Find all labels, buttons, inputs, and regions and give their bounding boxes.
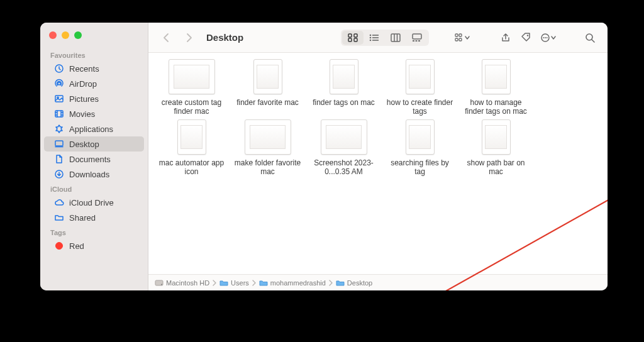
svg-rect-20	[416, 40, 418, 41]
svg-point-28	[543, 37, 544, 38]
sidebar-item-label: Applications	[69, 124, 113, 134]
file-thumbnail	[177, 119, 206, 155]
path-segment[interactable]: Users	[219, 279, 249, 287]
svg-point-15	[370, 39, 372, 41]
file-name: finder favorite mac	[236, 98, 299, 107]
back-button[interactable]	[157, 30, 175, 45]
view-list-button[interactable]	[364, 31, 385, 45]
sidebar-item-label: Red	[69, 241, 84, 251]
file-name: how to manage finder tags on mac	[461, 98, 531, 116]
svg-rect-10	[354, 38, 357, 41]
svg-rect-16	[372, 40, 379, 41]
finder-window: FavouritesRecentsAirDropPicturesMoviesAp…	[40, 23, 608, 290]
view-columns-button[interactable]	[385, 31, 406, 45]
path-segment[interactable]: Desktop	[336, 279, 372, 287]
svg-rect-19	[413, 40, 414, 41]
sidebar-item-recents[interactable]: Recents	[44, 61, 144, 76]
file-item[interactable]: how to manage finder tags on mac	[460, 59, 531, 116]
folder-icon	[219, 279, 228, 287]
forward-button[interactable]	[180, 30, 197, 45]
path-segment[interactable]: mohammedrashid	[259, 279, 326, 287]
cloud-icon	[54, 197, 64, 207]
sidebar-section-label: Favourites	[40, 48, 148, 61]
chevron-right-icon	[328, 280, 333, 286]
sidebar-item-label: iCloud Drive	[69, 198, 114, 207]
group-by-button[interactable]	[450, 30, 475, 45]
folder-icon	[336, 279, 345, 287]
down-icon	[54, 169, 64, 179]
sidebar-item-icloud-drive[interactable]: iCloud Drive	[44, 195, 144, 210]
tag-dot-icon	[54, 241, 64, 251]
file-item[interactable]: finder favorite mac	[232, 59, 303, 116]
film-icon	[54, 109, 64, 119]
svg-rect-23	[459, 34, 462, 36]
sidebar-item-applications[interactable]: Applications	[44, 121, 144, 136]
svg-rect-21	[418, 40, 420, 41]
path-segment-label: Desktop	[347, 279, 372, 287]
sidebar-item-desktop[interactable]: Desktop	[44, 136, 144, 152]
sidebar-item-label: AirDrop	[69, 79, 97, 89]
drive-icon	[155, 279, 164, 287]
file-thumbnail	[321, 119, 367, 155]
svg-point-29	[545, 37, 546, 38]
sidebar-section-label: iCloud	[40, 182, 148, 195]
path-bar: Macintosh HDUsersmohammedrashidDesktop	[148, 274, 608, 290]
svg-rect-9	[348, 38, 352, 41]
file-thumbnail	[482, 59, 511, 94]
path-segment-label: Users	[231, 279, 249, 287]
sidebar-item-red[interactable]: Red	[44, 238, 144, 253]
sidebar-item-documents[interactable]: Documents	[44, 152, 144, 167]
view-switcher	[341, 30, 429, 46]
file-item[interactable]: mac automator app icon	[156, 119, 227, 176]
svg-point-33	[161, 284, 162, 285]
svg-point-13	[370, 36, 372, 38]
chevron-right-icon	[212, 280, 217, 286]
svg-point-30	[547, 37, 548, 38]
file-name: mac automator app icon	[157, 158, 227, 176]
svg-rect-22	[455, 34, 458, 36]
svg-rect-4	[55, 111, 63, 117]
sidebar-item-label: Desktop	[69, 140, 99, 149]
file-grid[interactable]: create custom tag finder macfinder favor…	[148, 53, 608, 274]
action-menu-button[interactable]	[537, 30, 560, 45]
window-controls	[40, 30, 148, 48]
view-gallery-button[interactable]	[406, 31, 428, 45]
file-item[interactable]: Screenshot 2023-0...0.35 AM	[308, 119, 379, 176]
sidebar-item-shared[interactable]: Shared	[44, 210, 144, 225]
file-item[interactable]: show path bar on mac	[460, 119, 531, 176]
sidebar-item-label: Pictures	[69, 94, 99, 104]
sidebar-item-downloads[interactable]: Downloads	[44, 167, 144, 182]
file-thumbnail	[482, 119, 511, 155]
main-pane: Desktop	[148, 23, 608, 290]
file-item[interactable]: how to create finder tags	[384, 59, 455, 116]
svg-point-26	[527, 35, 528, 36]
share-button[interactable]	[497, 30, 514, 45]
search-button[interactable]	[581, 30, 599, 45]
file-item[interactable]: create custom tag finder mac	[156, 59, 227, 116]
sidebar-item-pictures[interactable]: Pictures	[44, 91, 144, 106]
file-item[interactable]: make folder favorite mac	[232, 119, 303, 176]
path-segment[interactable]: Macintosh HD	[155, 279, 209, 287]
sidebar-item-airdrop[interactable]: AirDrop	[44, 76, 144, 91]
file-thumbnail	[406, 119, 435, 155]
sidebar-item-label: Shared	[69, 213, 96, 223]
svg-rect-24	[455, 38, 458, 41]
photo-icon	[54, 94, 64, 104]
svg-point-11	[370, 34, 372, 36]
file-name: searching files by tag	[385, 158, 455, 176]
file-thumbnail	[253, 59, 282, 94]
sidebar-item-movies[interactable]: Movies	[44, 106, 144, 121]
minimize-button[interactable]	[62, 31, 69, 39]
chevron-right-icon	[252, 280, 257, 286]
file-name: create custom tag finder mac	[157, 98, 227, 116]
folder-icon	[259, 279, 268, 287]
file-item[interactable]: finder tags on mac	[308, 59, 379, 116]
file-name: how to create finder tags	[385, 98, 455, 116]
tags-button[interactable]	[517, 30, 535, 45]
zoom-button[interactable]	[74, 31, 82, 39]
view-icons-button[interactable]	[342, 31, 364, 45]
svg-rect-12	[372, 35, 379, 36]
file-thumbnail	[169, 59, 215, 94]
file-item[interactable]: searching files by tag	[384, 119, 455, 176]
close-button[interactable]	[49, 31, 57, 39]
